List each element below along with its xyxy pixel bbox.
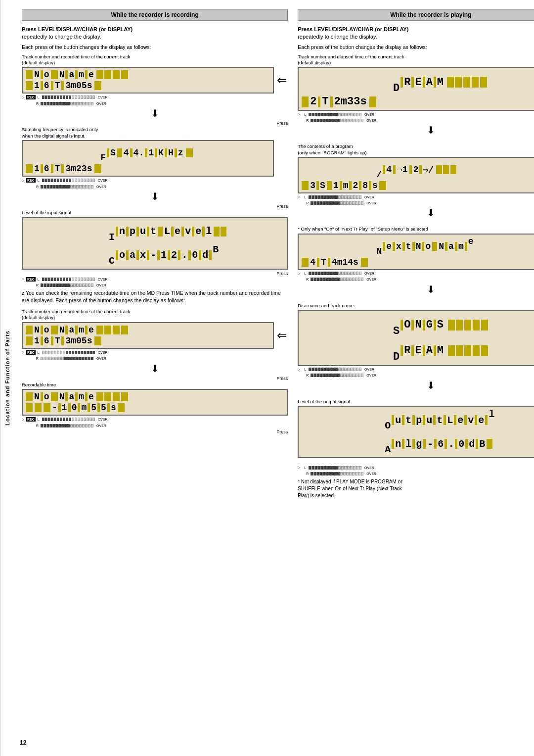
right-display5: OutputLevel Anlg-6.0dB (298, 406, 534, 458)
left-display3-row1: InputLevel (26, 220, 284, 243)
right-display4-row1: SONGS (302, 313, 534, 337)
left-press-regular: repeatedly to change the display. (22, 34, 101, 40)
right-meter4: ▷ L OVER (298, 368, 534, 372)
asterisk-line1: * Not displayed if PLAY MODE is PROGRAM … (298, 478, 534, 485)
right-display1-wrapper: DREAM 2T2m33s ⇐ (298, 67, 534, 111)
left-display3-wrapper: InputLevel Coax-12.0dB Press (22, 217, 288, 276)
left-display4-row2: 16T3m05s (26, 336, 270, 346)
left-display5: NoName -10m55s (22, 389, 288, 416)
rec-badge1: REC (26, 95, 36, 99)
two-column: While the recorder is recording Press LE… (22, 9, 534, 746)
left-meter4b: ▷ R OVER (22, 357, 288, 361)
left-display2-wrapper: FS44.1KHz 16T3m23s (22, 140, 274, 177)
right-press-regular: repeatedly to change the display. (298, 34, 377, 40)
right-display3-row2: 4T4m14s (302, 257, 534, 267)
left-meter2: ▷ REC L OVER (22, 178, 288, 183)
sidebar-label: Location and Function of Parts (4, 331, 10, 425)
right-meter3b: ▷ R OVER (298, 278, 534, 282)
right-display4-label: Disc name and track name (298, 303, 534, 309)
left-display2-row2: 16T3m23s (26, 164, 270, 174)
right-display3-wrapper: NextNoName 4T4m14s (298, 234, 534, 270)
left-display5-row1: NoName (26, 392, 284, 402)
left-arrow1: ⇐ (277, 74, 287, 86)
left-body-note: z You can check the remaining recordable… (22, 289, 288, 305)
left-display1-row1: NoName (26, 70, 270, 80)
left-display5-wrapper: NoName -10m55s (22, 389, 288, 416)
left-meter5b: ▷ R OVER (22, 424, 288, 427)
right-display2-row1: /4→12⇒/ (302, 160, 534, 180)
left-press-instruction: Press LEVEL/DISPLAY/CHAR (or DISPLAY) re… (22, 26, 288, 41)
right-display2: /4→12⇒/ 3S1m28s (298, 157, 534, 193)
left-display2: FS44.1KHz 16T3m23s (22, 140, 274, 177)
right-arrow-down3: ⬇ (298, 284, 534, 295)
left-display4: NoName 16T3m05s (22, 322, 274, 349)
right-meter5b: ▷ R OVER (298, 472, 534, 475)
left-column: While the recorder is recording Press LE… (22, 9, 288, 746)
left-meter4: ▷ REC L OVER (22, 350, 288, 355)
left-meter2b: ▷ R OVER (22, 185, 288, 189)
right-display2-label: The contents of a program (only when "RO… (298, 143, 534, 156)
right-display3-row1: NextNoName (302, 236, 534, 256)
left-arrow4: ⇐ (277, 330, 287, 341)
left-arrow-down2: ⬇ (22, 190, 288, 202)
left-display5-label: Recordable time (22, 382, 288, 388)
left-meter1b: ▷ R OVER (22, 101, 288, 105)
left-arrow-down1: ⬇ (22, 107, 288, 119)
right-meter3: ▷ L OVER (298, 272, 534, 276)
right-press4: Press (298, 393, 534, 398)
right-meter4b: ▷ R OVER (298, 374, 534, 378)
left-display1-row2: 16T3m05s (26, 81, 270, 91)
right-arrow-down2: ⬇ (298, 207, 534, 219)
left-press2: Press (22, 204, 288, 209)
right-meter1b: ▷ R OVER (298, 118, 534, 122)
left-press3: Press (22, 271, 288, 276)
rec-badge2: REC (26, 178, 36, 183)
right-display1-row1: DREAM (302, 70, 534, 94)
rec-badge4: REC (26, 350, 36, 355)
right-press5: Press (298, 460, 534, 465)
rec-badge3: REC (26, 277, 36, 282)
right-display1-row2: 2T2m33s (302, 95, 534, 108)
right-meter1: ▷ L OVER (298, 112, 534, 116)
left-display1-wrapper: NoName 16T3m05s ⇐ (22, 67, 274, 94)
right-display2-wrapper: /4→12⇒/ 3S1m28s PROGRAM (298, 157, 534, 193)
right-display5-row1: OutputLevel (302, 409, 534, 431)
asterisk-line3: Play) is selected. (298, 492, 534, 499)
right-asterisk-note: * Not displayed if PLAY MODE is PROGRAM … (298, 478, 534, 499)
right-press1: Press (298, 138, 534, 142)
right-press-instruction: Press LEVEL/DISPLAY/CHAR (or DISPLAY) re… (298, 26, 534, 41)
left-display3-label: Level of the input signal (22, 210, 288, 216)
over-label1: OVER (98, 95, 108, 99)
asterisk-line2: SHUFFLE when On of Next Tr Play (Next Tr… (298, 485, 534, 492)
right-press-bold: Press LEVEL/DISPLAY/CHAR (or DISPLAY) (298, 26, 408, 32)
right-display4-row2: DREAM (302, 338, 534, 363)
left-meter1: ▷ REC L OVER (22, 95, 288, 99)
right-display2-row2: 3S1m28s (302, 181, 534, 190)
left-arrow-down4: ⬇ (22, 363, 288, 375)
left-display4-label: Track number and recorded time of the cu… (22, 309, 288, 321)
right-press3: Press (298, 297, 534, 302)
left-meter3: ▷ REC L OVER (22, 277, 288, 282)
main-content: While the recorder is recording Press LE… (14, 0, 534, 756)
left-display2-label: Sampling frequency is indicated only whe… (22, 127, 288, 139)
right-display5-row2: Anlg-6.0dB (302, 432, 534, 455)
right-each-press: Each press of the button changes the dis… (298, 44, 534, 50)
left-display2-row1: FS44.1KHz (26, 143, 270, 163)
left-display5-row2: -10m55s (26, 403, 284, 413)
right-section-header: While the recorder is playing (298, 9, 534, 21)
right-display3: NextNoName 4T4m14s (298, 234, 534, 270)
right-meter5: ▷ L OVER (298, 466, 534, 470)
left-press4: Press (22, 376, 288, 381)
right-arrow-down1: ⬇ (298, 124, 534, 136)
left-press1: Press (22, 121, 288, 126)
left-meter3b: ▷ R OVER (22, 284, 288, 287)
left-press-bold: Press LEVEL/DISPLAY/CHAR (or DISPLAY) (22, 26, 133, 32)
rec-badge5: REC (26, 417, 36, 422)
page-number: 12 (20, 739, 26, 746)
meter-bar1 (42, 95, 95, 99)
right-display5-label: Level of the output signal (298, 399, 534, 405)
right-display3-label: * Only when "On" of "Next Tr Play" of "S… (298, 226, 534, 232)
right-display1-label: Track number and elapsed time of the cur… (298, 54, 534, 66)
right-column: While the recorder is playing Press LEVE… (298, 9, 534, 746)
left-display4-row1: NoName (26, 325, 270, 335)
